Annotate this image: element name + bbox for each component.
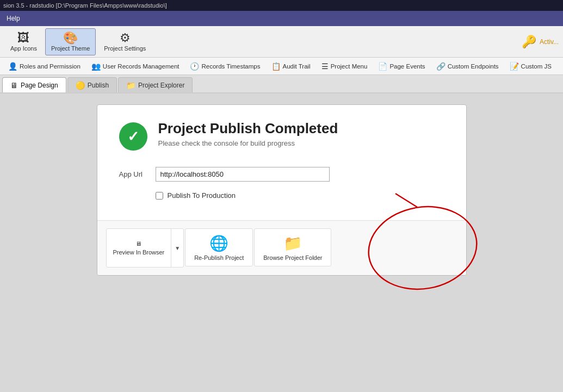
checkmark-icon: ✓ bbox=[127, 128, 139, 145]
tab-publish-label: Publish bbox=[88, 82, 109, 89]
active-user-label: Activ... bbox=[540, 38, 559, 46]
user-records-button[interactable]: 👥 User Records Management bbox=[86, 59, 184, 73]
app-url-label: App Url bbox=[119, 170, 149, 178]
project-theme-label: Project Theme bbox=[51, 45, 90, 52]
project-menu-button[interactable]: ☰ Project Menu bbox=[317, 59, 373, 73]
project-theme-button[interactable]: 🎨 Project Theme bbox=[45, 28, 96, 55]
page-design-icon: 🖥 bbox=[10, 81, 18, 90]
menu-bar: Help bbox=[0, 11, 563, 26]
publish-production-label[interactable]: Publish To Production bbox=[168, 191, 236, 200]
page-events-label: Page Events bbox=[389, 63, 425, 70]
audit-trail-button[interactable]: 📋 Audit Trail bbox=[267, 59, 315, 73]
title-bar: sion 3.5 - radstudio [D:\Program Files\A… bbox=[0, 0, 563, 11]
project-settings-button[interactable]: ⚙ Project Settings bbox=[98, 28, 152, 55]
key-icon: 🔑 bbox=[522, 35, 536, 49]
active-user-button[interactable]: 🔑 Activ... bbox=[522, 35, 559, 49]
app-url-row: App Url bbox=[119, 167, 444, 182]
custom-endpoints-label: Custom Endpoints bbox=[448, 63, 499, 70]
toolbar2: 👤 Roles and Permission 👥 User Records Ma… bbox=[0, 58, 563, 75]
project-settings-label: Project Settings bbox=[104, 45, 146, 52]
publish-to-production-row: Publish To Production bbox=[119, 191, 444, 200]
page-events-button[interactable]: 📄 Page Events bbox=[373, 59, 430, 73]
roles-icon: 👤 bbox=[8, 62, 17, 71]
publish-title-block: Project Publish Completed Please check t… bbox=[158, 120, 338, 147]
title-text: sion 3.5 - radstudio [D:\Program Files\A… bbox=[3, 2, 167, 9]
project-settings-icon: ⚙ bbox=[120, 32, 131, 44]
project-menu-label: Project Menu bbox=[331, 63, 368, 70]
tabs-row: 🖥 Page Design 🟡 Publish 📁 Project Explor… bbox=[0, 75, 563, 94]
user-records-label: User Records Management bbox=[103, 63, 180, 70]
republish-label: Re-Publish Project bbox=[194, 254, 244, 261]
action-buttons: 🖥 Preview In Browser ▼ 🌐 Re-Publish Proj… bbox=[97, 221, 466, 275]
preview-browser-dropdown[interactable]: ▼ bbox=[171, 229, 183, 267]
custom-js-label: Custom JS bbox=[521, 63, 552, 70]
project-explorer-icon: 📁 bbox=[126, 81, 135, 90]
tab-project-explorer[interactable]: 📁 Project Explorer bbox=[118, 77, 193, 92]
preview-browser-icon: 🖥 bbox=[135, 240, 141, 247]
timestamps-label: Records Timestamps bbox=[201, 63, 260, 70]
tab-page-design[interactable]: 🖥 Page Design bbox=[2, 77, 66, 92]
project-menu-icon: ☰ bbox=[321, 62, 329, 71]
success-icon: ✓ bbox=[119, 122, 147, 151]
publish-title: Project Publish Completed bbox=[158, 120, 338, 137]
main-content: ✓ Project Publish Completed Please check… bbox=[0, 94, 563, 392]
app-url-input[interactable] bbox=[156, 167, 330, 182]
publish-panel: ✓ Project Publish Completed Please check… bbox=[97, 104, 467, 276]
app-icons-label: App Icons bbox=[10, 45, 37, 52]
custom-endpoints-icon: 🔗 bbox=[436, 62, 446, 71]
preview-browser-split: 🖥 Preview In Browser ▼ bbox=[106, 228, 184, 267]
audit-label: Audit Trail bbox=[283, 63, 311, 70]
publish-panel-wrapper: ✓ Project Publish Completed Please check… bbox=[11, 104, 552, 276]
browse-folder-label: Browse Project Folder bbox=[263, 254, 322, 261]
page-events-icon: 📄 bbox=[378, 62, 387, 71]
republish-icon: 🌐 bbox=[209, 234, 228, 252]
timestamps-icon: 🕐 bbox=[190, 62, 199, 71]
app-icons-icon: 🖼 bbox=[17, 32, 29, 44]
publish-icon: 🟡 bbox=[76, 81, 85, 90]
preview-browser-label: Preview In Browser bbox=[113, 249, 165, 256]
tab-publish[interactable]: 🟡 Publish bbox=[67, 77, 117, 92]
preview-browser-button[interactable]: 🖥 Preview In Browser bbox=[107, 229, 171, 267]
publish-subtitle: Please check the console for build progr… bbox=[158, 139, 338, 147]
project-theme-icon: 🎨 bbox=[63, 32, 78, 44]
user-records-icon: 👥 bbox=[91, 62, 101, 71]
menu-help[interactable]: Help bbox=[4, 14, 22, 23]
publish-header: ✓ Project Publish Completed Please check… bbox=[97, 105, 466, 161]
tab-page-design-label: Page Design bbox=[21, 82, 58, 89]
republish-project-button[interactable]: 🌐 Re-Publish Project bbox=[185, 228, 253, 266]
publish-production-checkbox[interactable] bbox=[156, 192, 163, 200]
records-timestamps-button[interactable]: 🕐 Records Timestamps bbox=[185, 59, 265, 73]
tab-project-explorer-label: Project Explorer bbox=[138, 82, 184, 89]
browse-folder-icon: 📁 bbox=[283, 234, 302, 252]
custom-js-button[interactable]: 📝 Custom JS bbox=[505, 59, 556, 73]
roles-label: Roles and Permission bbox=[20, 63, 81, 70]
custom-endpoints-button[interactable]: 🔗 Custom Endpoints bbox=[431, 59, 504, 73]
app-icons-button[interactable]: 🖼 App Icons bbox=[4, 28, 43, 55]
browse-project-folder-button[interactable]: 📁 Browse Project Folder bbox=[254, 228, 331, 266]
toolbar1: 🖼 App Icons 🎨 Project Theme ⚙ Project Se… bbox=[0, 26, 563, 58]
custom-js-icon: 📝 bbox=[510, 62, 519, 71]
roles-permission-button[interactable]: 👤 Roles and Permission bbox=[3, 59, 85, 73]
audit-icon: 📋 bbox=[271, 62, 281, 71]
publish-body: App Url Publish To Production bbox=[97, 161, 466, 215]
